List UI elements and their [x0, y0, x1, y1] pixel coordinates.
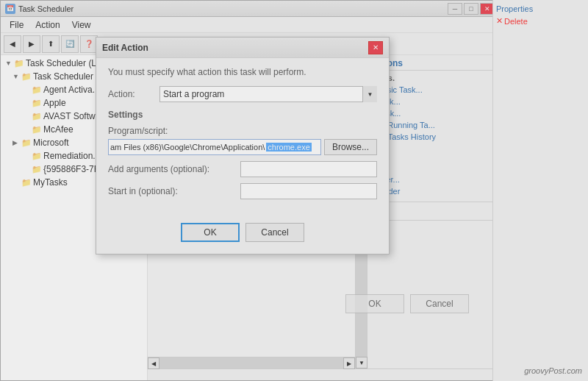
tree-arrow-root: ▼	[5, 60, 12, 67]
far-right-panel: Properties ✕ Delete	[492, 0, 588, 381]
scrollbar-down[interactable]: ▼	[356, 357, 368, 368]
folder-icon-avast: 📁	[32, 111, 42, 121]
far-right-properties[interactable]: Properties	[496, 3, 585, 15]
program-script-label: Program/script:	[108, 126, 377, 136]
folder-icon-remediation: 📁	[32, 151, 42, 161]
folder-icon-apple: 📁	[32, 98, 42, 108]
sidebar-item-avast-label: AVAST Softw...	[43, 111, 102, 121]
bg-dialog-buttons: OK Cancel	[345, 294, 469, 313]
dialog-title-bar: Edit Action ✕	[96, 38, 389, 58]
program-selected-text: chrome.exe	[266, 143, 311, 152]
app-icon: 📅	[5, 4, 15, 14]
browse-button[interactable]: Browse...	[324, 139, 377, 155]
edit-action-dialog: Edit Action ✕ You must specify what acti…	[96, 37, 390, 254]
folder-icon-microsoft: 📁	[21, 138, 32, 148]
minimize-button[interactable]: ─	[448, 3, 462, 15]
scrollbar-left[interactable]: ◀	[148, 357, 159, 369]
title-bar-text: Task Scheduler	[18, 4, 74, 13]
folder-icon-595: 📁	[32, 164, 42, 174]
menu-action[interactable]: Action	[29, 18, 65, 32]
action-label: Action:	[108, 89, 159, 99]
program-row: am Files (x86)\Google\Chrome\Application…	[108, 139, 377, 155]
sidebar-item-mcafee-label: McAfee	[43, 124, 74, 135]
horizontal-scrollbar: ◀ ▶	[148, 357, 355, 368]
menu-view[interactable]: View	[66, 18, 97, 32]
folder-icon-root: 📁	[14, 58, 24, 68]
dialog-close-button[interactable]: ✕	[368, 41, 383, 54]
start-in-label: Start in (optional):	[108, 186, 240, 196]
dialog-footer: OK Cancel	[96, 217, 389, 254]
menu-file[interactable]: File	[4, 18, 29, 32]
action-select-wrapper: Start a program Send an e-mail Display a…	[159, 86, 377, 102]
sidebar-item-microsoft-label: Microsoft	[33, 138, 69, 148]
cancel-button[interactable]: Cancel	[245, 223, 304, 242]
dialog-body: You must specify what action this task w…	[96, 58, 389, 217]
program-normal-text: am Files (x86)\Google\Chrome\Application…	[109, 143, 266, 152]
status-bar	[148, 368, 499, 380]
folder-icon-mytasks: 📁	[21, 177, 32, 188]
sidebar-item-remediation-label: Remediation...	[43, 151, 100, 161]
add-arguments-row: Add arguments (optional):	[108, 161, 377, 177]
menu-bar: File Action View	[1, 17, 499, 33]
folder-icon-mcafee: 📁	[32, 124, 42, 135]
forward-button[interactable]: ▶	[23, 35, 40, 53]
start-in-input[interactable]	[240, 183, 377, 199]
add-arguments-label: Add arguments (optional):	[108, 164, 240, 174]
ok-button[interactable]: OK	[181, 223, 240, 242]
folder-icon-sub: 📁	[21, 71, 32, 82]
scrollbar-h-track	[159, 357, 343, 368]
add-arguments-input[interactable]	[240, 161, 377, 177]
tree-arrow-sub: ▼	[12, 73, 20, 80]
delete-icon: ✕	[496, 16, 503, 26]
action-select[interactable]: Start a program Send an e-mail Display a…	[159, 86, 377, 102]
up-button[interactable]: ⬆	[42, 35, 60, 53]
maximize-button[interactable]: □	[464, 3, 478, 15]
refresh-button[interactable]: 🔄	[61, 35, 79, 53]
bg-ok-button[interactable]: OK	[345, 294, 404, 313]
scrollbar-right[interactable]: ▶	[343, 357, 355, 369]
action-row: Action: Start a program Send an e-mail D…	[108, 86, 377, 102]
tree-arrow-microsoft: ▶	[12, 139, 20, 146]
settings-label: Settings	[108, 110, 377, 120]
task-scheduler-title-bar: 📅 Task Scheduler ─ □ ✕	[1, 1, 499, 17]
sidebar-item-agent-label: Agent Activa...	[43, 85, 100, 95]
bg-cancel-button[interactable]: Cancel	[410, 294, 469, 313]
sidebar-item-mytasks-label: MyTasks	[33, 177, 68, 188]
dialog-instruction: You must specify what action this task w…	[108, 67, 377, 77]
folder-icon-agent: 📁	[32, 85, 42, 95]
back-button[interactable]: ◀	[4, 35, 21, 53]
start-in-row: Start in (optional):	[108, 183, 377, 199]
watermark: groovyPost.com	[524, 366, 582, 375]
sidebar-item-apple-label: Apple	[43, 98, 66, 108]
far-right-delete[interactable]: ✕ Delete	[496, 15, 585, 27]
program-input[interactable]: am Files (x86)\Google\Chrome\Application…	[108, 139, 321, 155]
dialog-title: Edit Action	[102, 43, 148, 53]
